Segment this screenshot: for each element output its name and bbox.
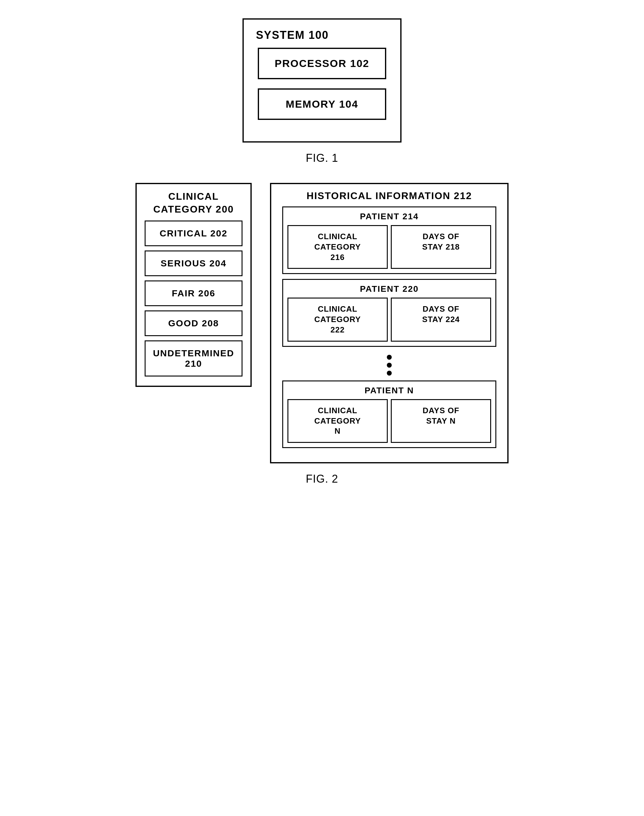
system-label: SYSTEM 100 [253, 29, 329, 41]
patient-n-days: DAYS OFSTAY N [391, 399, 491, 443]
category-item-undetermined: UNDETERMINED210 [145, 341, 242, 376]
category-item-critical: CRITICAL 202 [145, 221, 242, 246]
patient-n-clinical: CLINICALCATEGORYN [287, 399, 388, 443]
category-item-good: GOOD 208 [145, 310, 242, 336]
ellipsis-dots [387, 355, 392, 376]
patient-214-clinical: CLINICALCATEGORY216 [287, 225, 388, 269]
fig2-caption: FIG. 2 [306, 472, 338, 485]
historical-title: HISTORICAL INFORMATION 212 [307, 190, 472, 202]
patient-220-clinical: CLINICALCATEGORY222 [287, 298, 388, 341]
patient-220-days: DAYS OFSTAY 224 [391, 298, 491, 341]
dot-1 [387, 355, 392, 360]
clinical-category-title: CLINICAL CATEGORY 200 [143, 190, 244, 216]
patient-220-title: PATIENT 220 [360, 284, 419, 294]
processor-box: PROCESSOR 102 [258, 48, 386, 79]
fig1-section: SYSTEM 100 PROCESSOR 102 MEMORY 104 FIG.… [12, 18, 632, 164]
memory-box: MEMORY 104 [258, 88, 386, 120]
patient-214-title: PATIENT 214 [360, 212, 419, 221]
patient-220-fields: CLINICALCATEGORY222 DAYS OFSTAY 224 [287, 298, 491, 341]
patient-n-fields: CLINICALCATEGORYN DAYS OFSTAY N [287, 399, 491, 443]
category-item-serious: SERIOUS 204 [145, 250, 242, 276]
system-diagram: SYSTEM 100 PROCESSOR 102 MEMORY 104 [242, 18, 402, 143]
patient-214-fields: CLINICALCATEGORY216 DAYS OFSTAY 218 [287, 225, 491, 269]
dot-2 [387, 363, 392, 368]
fig1-caption: FIG. 1 [306, 152, 338, 164]
patient-220-block: PATIENT 220 CLINICALCATEGORY222 DAYS OFS… [282, 279, 496, 347]
clinical-category-box: CLINICAL CATEGORY 200 CRITICAL 202 SERIO… [135, 183, 251, 387]
historical-info-box: HISTORICAL INFORMATION 212 PATIENT 214 C… [270, 183, 509, 463]
patient-214-days: DAYS OFSTAY 218 [391, 225, 491, 269]
category-item-fair: FAIR 206 [145, 281, 242, 306]
dot-3 [387, 371, 392, 376]
patient-n-title: PATIENT N [365, 386, 414, 396]
patient-214-block: PATIENT 214 CLINICALCATEGORY216 DAYS OFS… [282, 206, 496, 274]
fig2-section: CLINICAL CATEGORY 200 CRITICAL 202 SERIO… [12, 183, 632, 485]
fig2-diagram: CLINICAL CATEGORY 200 CRITICAL 202 SERIO… [47, 183, 597, 463]
patient-n-block: PATIENT N CLINICALCATEGORYN DAYS OFSTAY … [282, 380, 496, 448]
